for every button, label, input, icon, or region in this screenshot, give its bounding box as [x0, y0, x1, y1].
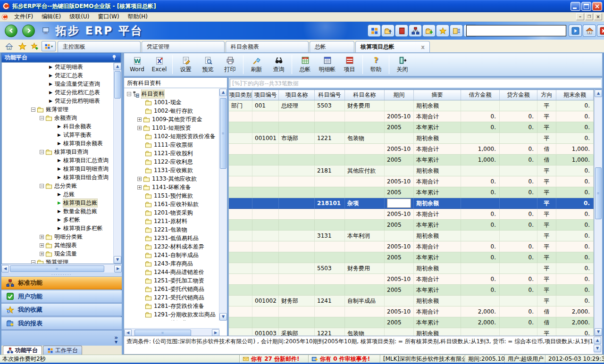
tab-科目余额表[interactable]: 科目余额表 [226, 41, 309, 52]
sidebar-tab-工作平台[interactable]: 工作平台 [43, 346, 82, 355]
sidebar-item-核算项目余额表[interactable]: ▶核算项目余额表 [2, 139, 121, 148]
account-item-1281-存货跌价准备[interactable]: 1281-存货跌价准备 [124, 302, 219, 310]
toolbar-button-刷新[interactable]: 刷新 [245, 54, 268, 75]
account-item-1241-自制半成品[interactable]: 1241-自制半成品 [124, 251, 219, 259]
column-header-项目编号[interactable]: 项目编号 [252, 90, 279, 100]
account-item-1201-物资采购[interactable]: 1201-物资采购 [124, 208, 219, 217]
account-item-1133-其他应收款[interactable]: +1133-其他应收款 [124, 174, 219, 183]
sidebar-item-凭证明细表[interactable]: ▶凭证明细表 [2, 63, 121, 71]
sidebar-item-核算项目多栏帐[interactable]: ▶核算项目多栏帐 [2, 224, 121, 232]
maximize-button[interactable] [581, 2, 591, 11]
sidebar-item-多栏帐[interactable]: ▶多栏帐 [2, 215, 121, 224]
grid-row[interactable]: 2005本年累计0.0.平0. [229, 122, 594, 133]
column-header-项目名称[interactable]: 项目名称 [279, 90, 315, 100]
expand-box[interactable]: + [137, 185, 142, 190]
account-item-1131-应收账款[interactable]: 1131-应收账款 [124, 166, 219, 174]
group-bar-我的报表[interactable]: 我的报表 [1, 317, 122, 330]
sidebar-item-现金流量[interactable]: +现金流量 [2, 249, 121, 258]
grid-row[interactable]: 2005-10本期合计0.0.平0. [229, 176, 594, 187]
column-header-摘要[interactable]: 摘要 [414, 90, 461, 100]
scroll-thumb[interactable]: ≡ [134, 330, 191, 336]
sidebar-item-凭证汇总表[interactable]: ▶凭证汇总表 [2, 71, 121, 80]
column-header-贷方金额[interactable]: 贷方金额 [500, 90, 537, 100]
minimize-button[interactable] [570, 2, 580, 11]
expand-box[interactable]: + [40, 252, 44, 256]
expand-box[interactable]: + [40, 235, 44, 239]
sidebar-item-其他报表[interactable]: +其他报表 [2, 241, 121, 249]
sidebar-item-明细分类账[interactable]: +明细分类账 [2, 232, 121, 241]
grid-row[interactable]: 2005-10本期合计2,000.0.借2,000. [229, 306, 594, 317]
toolbar-button-设置[interactable]: 设置 [175, 54, 197, 75]
sidebar-item-数量金额总账[interactable]: ▶数量金额总账 [2, 207, 121, 215]
tab-主控面板[interactable]: 主控面板 [58, 41, 141, 52]
grid-row[interactable]: 2005本年累计0.0.平0. [229, 252, 594, 263]
grid-row[interactable]: 2005-10本期合计0.0.平0. [229, 241, 594, 252]
grid-row[interactable]: 2005-10本期合计0.0.平0. [229, 209, 594, 220]
scroll-thumb[interactable]: ≡ [595, 167, 602, 219]
grid-row[interactable]: 2005本年累计1,000.0.借1,000. [229, 155, 594, 165]
scroll-right-button[interactable]: ▶ [114, 265, 122, 273]
menu-item[interactable]: 帮助(H) [124, 12, 152, 21]
sidebar-item-核算项目查询[interactable]: −核算项目查询 [2, 148, 121, 156]
menu-item[interactable]: 编辑(E) [37, 12, 65, 21]
grid-row[interactable]: 2005本年累计0.0.平0. [229, 187, 594, 198]
grid-row[interactable]: 2005-10本期合计1,000.0.借1,000. [229, 144, 594, 155]
account-item-1122-应收利息[interactable]: 1122-应收利息 [124, 157, 219, 166]
org-chart-button[interactable] [409, 25, 421, 36]
toolbar-button-查询[interactable]: 查询 [268, 54, 290, 75]
expand-box[interactable]: + [40, 243, 44, 248]
grid-row[interactable]: 2005-10本期合计0.0.平0. [229, 111, 594, 122]
scroll-down-button[interactable]: ▼ [219, 313, 227, 321]
scroll-up-button[interactable]: ▲ [595, 90, 602, 97]
grid-row[interactable]: 5503财务费用期初余额平0. [229, 263, 594, 274]
tab-close-icon[interactable]: x [409, 44, 425, 50]
group-bar-我的收藏[interactable]: 1我的收藏 [1, 303, 122, 316]
sidebar-item-凭证分批档汇总表[interactable]: ▶凭证分批档汇总表 [2, 88, 121, 97]
period-edit-field[interactable] [387, 199, 411, 208]
scroll-up-button[interactable]: ▲ [594, 337, 601, 344]
tab-核算项目总帐[interactable]: 核算项目总帐x [355, 41, 430, 52]
red-book-button[interactable] [395, 25, 408, 36]
sidebar-item-总分类账[interactable]: −总分类账 [2, 182, 121, 190]
account-item-1121-应收股利[interactable]: 1121-应收股利 [124, 149, 219, 157]
toolbar-button-总帐[interactable]: CHI总帐 [294, 54, 316, 75]
account-item-1102-短期投资跌价准备[interactable]: 1102-短期投资跌价准备 [124, 132, 219, 141]
scroll-up-button[interactable]: ▲ [114, 63, 121, 70]
sidebar-tab-功能平台[interactable]: 功能平台 [3, 346, 42, 355]
tab-凭证管理[interactable]: 凭证管理 [142, 41, 225, 52]
toolbar-button-关闭[interactable]: 关闭 [391, 54, 413, 75]
star-button[interactable] [17, 41, 27, 51]
account-item-1101-短期投资[interactable]: +1101-短期投资 [124, 124, 219, 132]
group-bar-标准功能[interactable]: 标准功能 [1, 276, 122, 290]
grid-row[interactable]: 2005本年累计0.0.平0. [229, 285, 594, 296]
status-segment[interactable]: 你有 0 件审核事务! [309, 355, 380, 363]
scroll-down-button[interactable]: ▼ [595, 328, 602, 336]
column-header-科目编号[interactable]: 科目编号 [315, 90, 345, 100]
scroll-down-button[interactable]: ▼ [114, 256, 121, 264]
expand-box[interactable]: + [137, 126, 142, 130]
status-segment[interactable]: 你有 27 份新邮件! [240, 355, 309, 363]
close-x-button[interactable] [597, 25, 604, 36]
scroll-thumb[interactable] [114, 71, 121, 99]
sidebar-item-核算项目汇总查询[interactable]: ▶核算项目汇总查询 [2, 156, 121, 165]
grid-row[interactable]: 3131本年利润期初余额平0. [229, 231, 594, 241]
menu-item[interactable]: 文件(F) [10, 12, 37, 21]
account-item-1271-受托代销商品[interactable]: 1271-受托代销商品 [124, 293, 219, 302]
toolbar-button-帮助[interactable]: ??帮助 [365, 54, 387, 75]
grid-row[interactable]: 部门001总经理5503财务费用期初余额平0. [229, 100, 594, 111]
toolbar-button-打印[interactable]: 打印 [219, 54, 241, 75]
collapse-box[interactable]: − [40, 116, 44, 120]
window-layout-button[interactable]: ▾ [42, 41, 56, 51]
expand-box[interactable]: + [137, 117, 142, 122]
column-header-借方金额[interactable]: 借方金额 [461, 90, 500, 100]
folder-plus-button[interactable] [423, 25, 435, 36]
column-header-项目类别[interactable]: 项目类别 [229, 90, 252, 100]
menu-item[interactable]: 窗口(W) [93, 12, 123, 21]
close-button[interactable]: × [592, 2, 602, 11]
toolbar-button-预览[interactable]: 预览 [197, 54, 219, 75]
expand-box[interactable]: + [137, 177, 142, 181]
account-item-1291-分期收款发出商品[interactable]: 1291-分期收款发出商品 [124, 310, 219, 319]
grid-row[interactable]: 2005本年累计0.0.平0. [229, 220, 594, 231]
play-arrow-button[interactable] [569, 25, 581, 36]
sidebar-splitter[interactable]: ......... [1, 273, 122, 276]
